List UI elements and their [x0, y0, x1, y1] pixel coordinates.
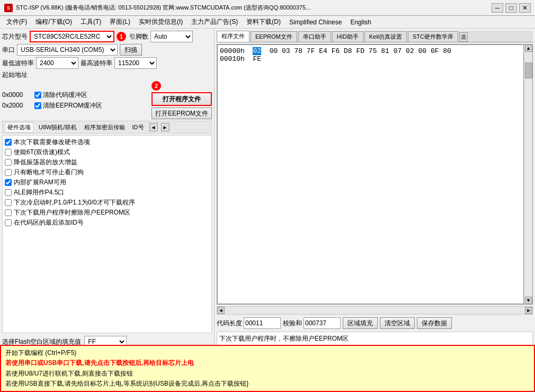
- hw-nav-left[interactable]: ◄: [149, 123, 158, 131]
- hex-container: 00000h 02 00 03 78 7F E4 F6 D8 FD 75 81 …: [217, 44, 533, 305]
- cb-6[interactable]: [5, 199, 12, 206]
- menu-supply[interactable]: 实时供货信息(I): [135, 17, 187, 27]
- menu-interface[interactable]: 界面(L): [105, 17, 135, 27]
- tooltip-line-2: 若使用USB直接下载,请先给目标芯片上电,等系统识别USB设备完成后,再点击下载…: [5, 379, 530, 389]
- checksum-input[interactable]: [304, 317, 341, 329]
- tab-keil-sim[interactable]: Keil仿真设置: [364, 31, 407, 42]
- hw-tab-encrypt[interactable]: 程序加密后传输: [82, 123, 127, 132]
- hw-tab-options[interactable]: 硬件选项: [5, 122, 33, 132]
- cb-row-8: 在代码区的最后添加ID号: [5, 218, 209, 227]
- cb-5[interactable]: [5, 189, 12, 196]
- clear-area-button[interactable]: 清空区域: [380, 317, 415, 329]
- checksum-label: 校验和: [283, 319, 302, 328]
- code-len-label: 代码长度: [217, 319, 242, 328]
- min-baud-select[interactable]: 2400: [36, 57, 78, 69]
- open-eeprom-button[interactable]: 打开EEPROM文件: [151, 108, 212, 119]
- port-label: 串口: [2, 46, 15, 55]
- port-select[interactable]: USB-SERIAL CH340 (COM5): [17, 44, 118, 56]
- start-addr-label: 起始地址: [2, 70, 28, 79]
- menu-ads[interactable]: 主力产品广告(S): [187, 17, 242, 27]
- hw-options-bar: 硬件选项 U8W脱机/联机 程序加密后传输 ID号 ◄ ►: [2, 121, 212, 133]
- port-row: 串口 USB-SERIAL CH340 (COM5) 扫描: [2, 44, 212, 56]
- close-button[interactable]: ✕: [519, 3, 531, 13]
- tab-nav-btn[interactable]: 选: [459, 32, 468, 42]
- pin-select[interactable]: Auto: [150, 31, 193, 42]
- cb-2[interactable]: [5, 159, 12, 166]
- badge-2: 2: [151, 81, 161, 91]
- maximize-button[interactable]: □: [505, 3, 517, 13]
- addr2-row: 0x2000 清除EEPROM缓冲区: [2, 101, 149, 110]
- max-baud-select[interactable]: 115200: [114, 57, 157, 69]
- code-len-input[interactable]: [244, 317, 281, 329]
- scan-button[interactable]: 扫描: [120, 44, 142, 56]
- code-info-row: 代码长度 校验和 区域填充 清空区域 保存数据: [217, 316, 533, 330]
- cb-label-7: 下次下载用户程序时擦除用户EEPROM区: [14, 208, 130, 217]
- cb-1[interactable]: [5, 149, 12, 156]
- hex-hscrollbar[interactable]: ◄ ►: [217, 306, 533, 315]
- minimize-button[interactable]: ─: [492, 3, 503, 13]
- code-len-field: 代码长度: [217, 317, 281, 329]
- menu-simplified-chinese[interactable]: Simplified Chinese: [285, 18, 346, 26]
- cb-label-6: 下次冷启动时,P1.0/P1.1为0/0才可下载程序: [14, 198, 135, 207]
- menu-file[interactable]: 文件(F): [2, 17, 31, 27]
- cb-0[interactable]: [5, 139, 12, 146]
- tab-stc-hw-lib[interactable]: STC硬件数学库: [408, 31, 458, 42]
- min-baud-label: 最低波特率: [2, 59, 34, 68]
- addr1-value: 0x0000: [2, 91, 31, 99]
- cb-label-0: 本次下载需要修改硬件选项: [14, 138, 90, 147]
- menu-program[interactable]: 编程/下载(O): [31, 17, 76, 27]
- cb-row-5: ALE脚用作P4.5口: [5, 188, 209, 197]
- hex-display: 00000h 02 00 03 78 7F E4 F6 D8 FD 75 81 …: [217, 44, 524, 304]
- cb-4[interactable]: [5, 179, 12, 186]
- main-content: 芯片型号 STC89C52RC/LE52RC 1 引脚数 Auto 串口 USB…: [0, 29, 535, 392]
- cb-label-3: 只有断电才可停止看门狗: [14, 168, 84, 177]
- tab-hid-helper[interactable]: HID助手: [332, 31, 363, 42]
- title-text: STC-ISP (V6.88K) (服务电话/销售电话: 0513-550129…: [16, 4, 492, 12]
- title-bar: S STC-ISP (V6.88K) (服务电话/销售电话: 0513-5501…: [0, 0, 535, 16]
- cb-3[interactable]: [5, 169, 12, 176]
- cb-row-3: 只有断电才可停止看门狗: [5, 168, 209, 177]
- hscroll-track: [225, 307, 525, 314]
- cb-row-1: 使能6T(双倍速)模式: [5, 148, 209, 157]
- addr2-checkbox[interactable]: [34, 102, 41, 109]
- menu-download[interactable]: 资料下载(D): [242, 17, 285, 27]
- start-addr-header: 起始地址: [2, 70, 212, 79]
- hw-nav-right[interactable]: ►: [161, 123, 170, 131]
- tooltip-line-0: 若使用串口或USB串口下载,请先点击下载按钮后,再给目标芯片上电: [5, 358, 530, 368]
- tooltip-box: 开始下载编程 (Ctrl+P/F5) 若使用串口或USB串口下载,请先点击下载按…: [0, 345, 535, 392]
- baud-row: 最低波特率 2400 最高波特率 115200: [2, 57, 212, 69]
- max-baud-label: 最高波特率: [81, 59, 112, 68]
- scroll-thumb[interactable]: [525, 63, 532, 78]
- cb-8[interactable]: [5, 219, 12, 226]
- hscroll-left-btn[interactable]: ◄: [217, 307, 225, 314]
- save-data-button[interactable]: 保存数据: [417, 317, 452, 329]
- cb-row-4: 内部扩展RAM可用: [5, 178, 209, 187]
- tab-eeprom-file[interactable]: EEPROM文件: [251, 31, 297, 42]
- checksum-field: 校验和: [283, 317, 341, 329]
- addr2-value: 0x2000: [2, 102, 31, 109]
- hex-scrollbar-v[interactable]: ▲ ▼: [524, 44, 532, 304]
- chip-row: 芯片型号 STC89C52RC/LE52RC 1 引脚数 Auto: [2, 31, 212, 42]
- open-program-button[interactable]: 打开程序文件: [151, 92, 212, 106]
- scroll-up-btn[interactable]: ▲: [525, 44, 532, 52]
- menu-english[interactable]: English: [346, 18, 375, 26]
- tab-serial-helper[interactable]: 串口助手: [298, 31, 331, 42]
- hex-line-1: 00010h FE: [220, 55, 521, 63]
- cb-7[interactable]: [5, 209, 12, 216]
- hex-line-0: 00000h 02 00 03 78 7F E4 F6 D8 FD 75 81 …: [220, 47, 521, 55]
- hw-tab-id[interactable]: ID号: [130, 123, 146, 132]
- log-line-0: 下次下载用户程序时，不擦除用户EEPROM区: [219, 334, 530, 343]
- fill-area-button[interactable]: 区域填充: [343, 317, 378, 329]
- pin-label: 引脚数: [129, 32, 148, 41]
- cb-row-2: 降低振荡器的放大增益: [5, 158, 209, 167]
- hscroll-right-btn[interactable]: ►: [525, 307, 532, 314]
- cb-label-8: 在代码区的最后添加ID号: [14, 218, 84, 227]
- tab-program-file[interactable]: 程序文件: [217, 31, 249, 42]
- chip-select[interactable]: STC89C52RC/LE52RC: [30, 31, 114, 42]
- left-panel: 芯片型号 STC89C52RC/LE52RC 1 引脚数 Auto 串口 USB…: [0, 29, 215, 392]
- tooltip-line-1: 若使用U8/U7进行联机下载,则直接击下载按钮: [5, 369, 530, 379]
- menu-tools[interactable]: 工具(T): [76, 17, 105, 27]
- scroll-down-btn[interactable]: ▼: [525, 297, 532, 304]
- hw-tab-u8w[interactable]: U8W脱机/联机: [37, 123, 79, 132]
- addr1-checkbox[interactable]: [34, 92, 41, 99]
